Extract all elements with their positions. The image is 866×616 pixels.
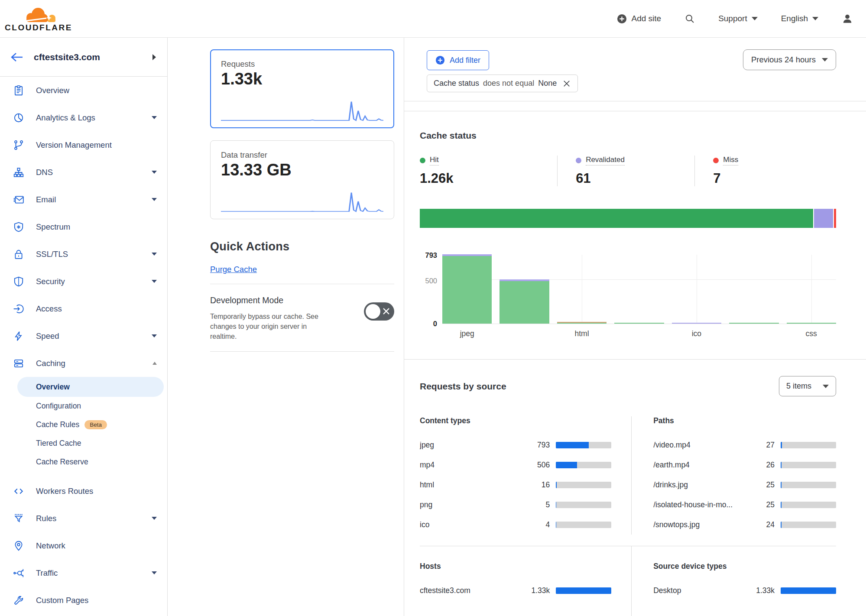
language-menu[interactable]: English: [781, 14, 818, 23]
content-type-row: mp4 506: [420, 455, 611, 475]
requests-card-label: Requests: [221, 59, 383, 69]
sidebar-subitem-label: Overview: [36, 383, 70, 392]
sidebar-item-ssl-tls[interactable]: SSL/TLS: [0, 240, 167, 268]
path-row: /video.mp4 27: [653, 435, 836, 455]
row-bar: [556, 482, 611, 488]
miss-legend[interactable]: Miss: [713, 156, 832, 165]
analytics-pie-icon: [13, 112, 24, 123]
sidebar-item-label: DNS: [36, 168, 53, 177]
sidebar-item-traffic[interactable]: Traffic: [0, 559, 167, 587]
bar-unlabeled: [499, 255, 549, 324]
row-label: png: [420, 500, 525, 509]
content-types-column: Content types jpeg 793 mp4 506 h: [420, 416, 631, 535]
sidebar-item-dns[interactable]: DNS: [0, 159, 167, 186]
sidebar-item-caching[interactable]: Caching: [0, 350, 167, 377]
sidebar-item-network[interactable]: Network: [0, 532, 167, 559]
row-bar: [556, 522, 611, 528]
row-value: 24: [749, 520, 775, 529]
purge-cache-link[interactable]: Purge Cache: [210, 265, 257, 274]
branch-icon: [13, 139, 24, 151]
sidebar-item-analytics-logs[interactable]: Analytics & Logs: [0, 104, 167, 131]
add-site-label: Add site: [631, 14, 661, 23]
time-range-select[interactable]: Previous 24 hours: [743, 49, 836, 70]
sidebar-subitem-caching-overview[interactable]: Overview: [17, 377, 164, 397]
beta-badge: Beta: [84, 420, 107, 429]
data-transfer-metric-card[interactable]: Data transfer 13.33 GB: [210, 140, 394, 219]
bar-unlabeled: [614, 255, 664, 324]
bar-jpeg: [442, 255, 492, 324]
sidebar-subitem-label: Configuration: [36, 402, 81, 411]
chevron-up-icon: [152, 362, 157, 365]
row-label: /isolated-house-in-mo...: [653, 500, 749, 509]
row-bar: [781, 482, 836, 488]
x-tick-label: [499, 329, 549, 338]
row-label: ico: [420, 520, 525, 529]
sidebar-subitem-configuration[interactable]: Configuration: [0, 397, 164, 415]
path-row: /isolated-house-in-mo... 25: [653, 495, 836, 515]
sidebar-item-workers-routes[interactable]: Workers Routes: [0, 477, 167, 505]
row-label: jpeg: [420, 441, 525, 450]
sidebar-item-security[interactable]: Security: [0, 268, 167, 295]
search-button[interactable]: [684, 13, 695, 24]
data-transfer-card-label: Data transfer: [221, 150, 383, 160]
filter-chip[interactable]: Cache status does not equal None: [427, 75, 578, 92]
sidebar-item-access[interactable]: Access: [0, 295, 167, 322]
sidebar-subitem-cache-reserve[interactable]: Cache Reserve: [0, 453, 164, 471]
remove-filter-icon[interactable]: [562, 79, 571, 88]
path-row: /drinks.jpg 25: [653, 475, 836, 495]
paths-header: Paths: [653, 416, 836, 425]
cloudflare-logo[interactable]: CLOUDFLARE: [13, 5, 64, 32]
account-menu[interactable]: [842, 13, 853, 24]
chevron-right-icon[interactable]: [152, 54, 156, 60]
add-filter-label: Add filter: [450, 56, 480, 65]
chevron-down-icon: [152, 116, 157, 119]
row-value: 506: [525, 460, 550, 470]
hosts-header: Hosts: [420, 562, 611, 571]
sidebar-item-email[interactable]: Email: [0, 186, 167, 213]
sidebar-item-label: Access: [36, 304, 62, 314]
support-menu[interactable]: Support: [718, 14, 758, 23]
sidebar-item-rules[interactable]: Rules: [0, 505, 167, 532]
sidebar-subitem-tiered-cache[interactable]: Tiered Cache: [0, 434, 164, 453]
row-label: Desktop: [653, 586, 749, 595]
development-mode-toggle[interactable]: [364, 302, 394, 321]
add-site-button[interactable]: Add site: [617, 14, 661, 24]
development-mode-description: Temporarily bypass our cache. See change…: [210, 311, 319, 342]
revalidated-value: 61: [576, 171, 694, 186]
requests-metric-card[interactable]: Requests 1.33k: [210, 49, 394, 128]
site-switcher[interactable]: cftestsite3.com: [0, 38, 167, 77]
back-arrow-icon[interactable]: [10, 52, 23, 62]
toggle-off-x-icon: [383, 308, 390, 315]
chevron-down-icon: [823, 385, 829, 388]
bar-css: [787, 255, 836, 324]
sidebar-item-label: Speed: [36, 331, 59, 341]
row-value: 16: [525, 480, 550, 490]
sidebar-item-spectrum[interactable]: Spectrum: [0, 213, 167, 240]
content-type-row: ico 4: [420, 515, 611, 535]
sidebar-subitem-label: Tiered Cache: [36, 439, 81, 448]
sidebar-subitem-cache-rules[interactable]: Cache Rules Beta: [0, 415, 164, 434]
sidebar: cftestsite3.com Overview Analytics & Log…: [0, 38, 168, 616]
code-brackets-icon: [13, 486, 24, 497]
development-mode-title: Development Mode: [210, 295, 319, 305]
row-label: /video.mp4: [653, 441, 749, 450]
sidebar-item-label: Analytics & Logs: [36, 113, 95, 123]
revalidated-legend[interactable]: Revalidated: [576, 156, 694, 165]
sidebar-item-version-management[interactable]: Version Management: [0, 131, 167, 159]
add-filter-button[interactable]: Add filter: [427, 50, 489, 70]
server-stack-icon: [13, 358, 24, 369]
row-bar: [781, 587, 836, 594]
sidebar-item-speed[interactable]: Speed: [0, 322, 167, 350]
bar-unlabeled: [729, 255, 778, 324]
time-range-label: Previous 24 hours: [751, 55, 816, 65]
hit-legend[interactable]: Hit: [420, 156, 557, 165]
sidebar-item-overview[interactable]: Overview: [0, 77, 167, 104]
items-count-select[interactable]: 5 items: [779, 376, 836, 396]
chevron-down-icon: [152, 280, 157, 283]
spectrum-shield-icon: [13, 221, 24, 233]
sidebar-item-custom-pages[interactable]: Custom Pages: [0, 587, 167, 614]
x-tick-label: html: [557, 329, 607, 338]
sidebar-item-label: Spectrum: [36, 222, 70, 232]
row-label: /drinks.jpg: [653, 480, 749, 490]
map-pin-icon: [13, 540, 24, 551]
